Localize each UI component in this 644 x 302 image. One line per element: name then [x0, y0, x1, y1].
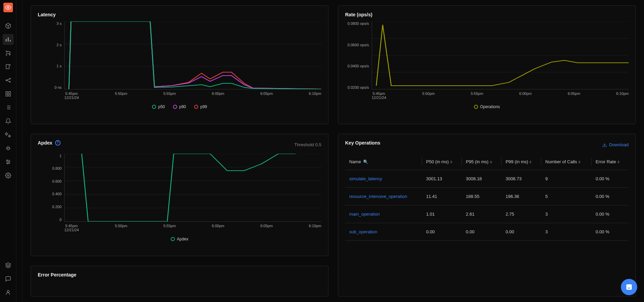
- legend-p90[interactable]: p90: [173, 104, 186, 109]
- download-button[interactable]: Download: [602, 142, 629, 147]
- cell-p50: 1.01: [422, 205, 462, 223]
- bug-icon: [5, 145, 11, 151]
- latency-y-axis: 3 s 2 s 1 s 0 ns: [38, 21, 64, 89]
- nav-chat[interactable]: [3, 273, 14, 284]
- analytics-icon: [5, 36, 11, 43]
- svg-rect-15: [6, 95, 7, 96]
- latency-chart[interactable]: 3 s 2 s 1 s 0 ns: [38, 21, 321, 89]
- cell-error: 0.00 %: [592, 187, 629, 205]
- apdex-chart[interactable]: 1 0.800 0.600 0.400 0.200 0: [38, 154, 321, 222]
- legend-operations[interactable]: Operations: [474, 104, 500, 109]
- legend-p99[interactable]: p99: [194, 104, 207, 109]
- nav-magic[interactable]: [3, 129, 14, 140]
- col-error[interactable]: Error Rate: [592, 154, 629, 170]
- nav-analytics[interactable]: [3, 34, 14, 45]
- search-icon[interactable]: 🔍: [363, 160, 368, 164]
- legend-p50[interactable]: p50: [152, 104, 165, 109]
- svg-rect-13: [9, 91, 10, 93]
- svg-point-9: [9, 81, 10, 82]
- nav-alerts[interactable]: [3, 116, 14, 127]
- nav-graph[interactable]: [3, 75, 14, 86]
- apdex-dot-icon: [171, 237, 175, 241]
- cell-error: 0.00 %: [592, 223, 629, 240]
- svg-point-7: [6, 80, 7, 81]
- sort-icon: [529, 161, 531, 164]
- user-icon: [5, 289, 11, 296]
- cell-p50: 0.00: [422, 223, 462, 240]
- col-calls[interactable]: Number of Calls: [541, 154, 592, 170]
- error-title: Error Percentage: [38, 272, 321, 278]
- sort-icon: [450, 161, 452, 164]
- sidebar-inner-rail: [16, 0, 22, 302]
- col-name[interactable]: Name🔍: [345, 154, 422, 170]
- p50-dot-icon: [152, 105, 156, 109]
- cell-calls: 3: [541, 205, 592, 223]
- help-icon[interactable]: ?: [55, 140, 61, 146]
- scroll-icon: [5, 64, 11, 70]
- cell-p95: 188.55: [462, 187, 502, 205]
- cell-calls: 3: [541, 223, 592, 240]
- operation-link[interactable]: resource_intensive_operation: [349, 194, 407, 199]
- rate-panel: Rate (ops/s) 0.0800 ops/s 0.0600 ops/s 0…: [338, 5, 636, 124]
- nav-gear[interactable]: [3, 170, 14, 181]
- nav-list[interactable]: [3, 102, 14, 113]
- operations-table: Name🔍 P50 (in ms) P95 (in ms) P99 (in ms…: [345, 154, 629, 241]
- svg-point-31: [7, 290, 9, 292]
- apdex-legend: Apdex: [38, 237, 321, 241]
- latency-title: Latency: [38, 12, 321, 17]
- cube-icon: [5, 23, 11, 29]
- table-row[interactable]: main_operation1.012.612.7530.00 %: [345, 205, 629, 223]
- nav-bug[interactable]: [3, 143, 14, 154]
- col-p95[interactable]: P95 (in ms): [462, 154, 502, 170]
- sidebar: [0, 0, 16, 302]
- ops-dot-icon: [474, 105, 478, 109]
- sort-icon: [490, 161, 492, 164]
- p99-dot-icon: [194, 105, 198, 109]
- svg-point-26: [6, 160, 7, 161]
- key-operations-title: Key Operations: [345, 140, 380, 146]
- operation-link[interactable]: simulate_latency: [349, 176, 382, 181]
- chat-icon: [5, 276, 11, 282]
- nav-dashboard[interactable]: [3, 88, 14, 99]
- list-icon: [5, 104, 11, 111]
- apdex-y-axis: 1 0.800 0.600 0.400 0.200 0: [38, 154, 64, 222]
- col-p50[interactable]: P50 (in ms): [422, 154, 462, 170]
- svg-rect-45: [626, 284, 632, 290]
- rate-legend: Operations: [345, 104, 629, 109]
- app-logo[interactable]: [3, 3, 13, 12]
- cell-p50: 3001.13: [422, 170, 462, 187]
- cell-p99: 0.00: [502, 223, 541, 240]
- cell-p95: 3008.18: [462, 170, 502, 187]
- p90-dot-icon: [173, 105, 177, 109]
- bell-icon: [5, 118, 11, 124]
- operation-link[interactable]: main_operation: [349, 212, 380, 217]
- svg-point-28: [7, 163, 8, 164]
- nav-journey[interactable]: [3, 48, 14, 58]
- nav-sliders[interactable]: [3, 156, 14, 167]
- cell-p99: 3008.73: [502, 170, 541, 187]
- magic-icon: [5, 132, 11, 138]
- operation-link[interactable]: sub_operation: [349, 229, 377, 234]
- nav-scroll[interactable]: [3, 61, 14, 72]
- table-row[interactable]: sub_operation0.000.000.0030.00 %: [345, 223, 629, 240]
- table-row[interactable]: simulate_latency3001.133008.183008.7390.…: [345, 170, 629, 187]
- layers-icon: [5, 262, 11, 268]
- svg-point-27: [9, 162, 10, 163]
- col-p99[interactable]: P99 (in ms): [502, 154, 541, 170]
- rate-title: Rate (ops/s): [345, 12, 629, 17]
- cell-p95: 0.00: [462, 223, 502, 240]
- cell-p99: 196.36: [502, 187, 541, 205]
- apdex-title: Apdex ?: [38, 140, 61, 146]
- cell-calls: 5: [541, 187, 592, 205]
- cell-calls: 9: [541, 170, 592, 187]
- rate-chart[interactable]: 0.0800 ops/s 0.0600 ops/s 0.0400 ops/s 0…: [345, 21, 629, 89]
- legend-apdex[interactable]: Apdex: [171, 237, 188, 241]
- nav-cube[interactable]: [3, 20, 14, 31]
- chat-widget-button[interactable]: [621, 279, 637, 295]
- rate-y-axis: 0.0800 ops/s 0.0600 ops/s 0.0400 ops/s 0…: [345, 21, 372, 89]
- svg-line-10: [7, 79, 10, 80]
- key-operations-panel: Key Operations Download Name🔍 P50 (in ms…: [338, 134, 636, 297]
- table-row[interactable]: resource_intensive_operation11.41188.551…: [345, 187, 629, 205]
- nav-user[interactable]: [3, 287, 14, 298]
- nav-layers[interactable]: [3, 260, 14, 271]
